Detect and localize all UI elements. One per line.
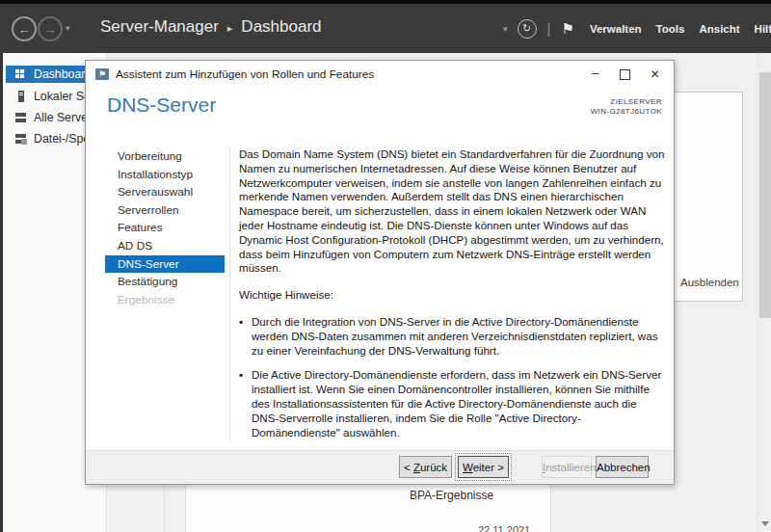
wizard-step-features[interactable]: Features [105,219,225,237]
wizard-step-dns-server[interactable]: DNS-Server [105,255,225,274]
minimize-button[interactable]: – [580,61,610,88]
welcome-tile: Ausblenden [673,92,743,302]
vertical-scrollbar[interactable] [758,53,771,532]
refresh-caret-icon[interactable]: ▾ [503,24,508,34]
breadcrumb-current[interactable]: Dashboard [241,17,321,37]
note-text: Durch die Integration von DNS-Server in … [252,315,667,358]
breadcrumb: Server-Manager ▸ Dashboard [100,17,322,37]
wizard-step-ergebnisse: Ergebnisse [105,291,225,309]
bpa-timestamp: 22.11.2021 15:51 [478,524,550,532]
dialog-title: Assistent zum Hinzufügen von Rollen und … [116,67,374,81]
bpa-results-tile: BPA-Ergebnisse 22.11.2021 15:51 [185,485,551,532]
all-servers-icon [14,112,27,123]
button-label: W [463,462,473,473]
history-caret-icon[interactable]: ▾ [66,23,70,33]
wizard-step-vorbereitung[interactable]: Vorbereitung [105,147,225,166]
close-icon: ✕ [650,67,659,81]
add-roles-features-wizard: ⚑ Assistent zum Hinzufügen von Rollen un… [85,60,675,485]
menu-tools[interactable]: Tools [656,23,685,35]
note-item: • Durch die Integration von DNS-Server i… [239,315,667,358]
breadcrumb-root[interactable]: Server-Manager [100,17,219,37]
wizard-step-serverrollen[interactable]: Serverrollen [105,201,225,220]
wizard-step-ad-ds[interactable]: AD DS [105,237,225,255]
forward-button[interactable]: → [38,16,63,41]
forward-icon: → [44,22,57,37]
wizard-step-serverauswahl[interactable]: Serverauswahl [105,183,225,201]
wizard-step-installationstyp[interactable]: Installationstyp [105,166,225,184]
minimize-icon: – [592,66,598,80]
cancel-button[interactable]: Abbrechen [596,456,649,478]
back-step-button[interactable]: < Zurück [399,456,452,478]
sidebar-item-label: Dashboard [34,67,92,81]
file-storage-icon [14,133,27,145]
button-label: < [404,462,413,473]
button-label: Abbrechen [597,462,651,473]
hide-button[interactable]: Ausblenden [680,277,739,288]
dns-description: Das Domain Name System (DNS) bietet ein … [239,147,667,276]
dialog-titlebar: ⚑ Assistent zum Hinzufügen von Rollen un… [86,61,674,88]
scrollbar-down-icon[interactable] [761,521,769,526]
next-step-button[interactable]: Weiter > [458,456,509,478]
menu-ansicht[interactable]: Ansicht [699,23,739,35]
close-button[interactable]: ✕ [640,61,670,88]
wizard-footer: < Zurück Weiter > Installieren Abbrechen [86,450,674,484]
target-server-label: ZIELSERVER [591,97,662,107]
important-notes-title: Wichtige Hinweise: [239,288,667,303]
topbar-right-cluster: ▾ ↻ | ⚑ Verwalten Tools Ansicht Hilfe [503,4,771,53]
maximize-button[interactable] [610,61,640,88]
wizard-flag-icon: ⚑ [95,68,109,80]
back-button[interactable]: ← [12,16,37,41]
local-server-icon [14,91,27,102]
target-server-name: WIN-G28TJ6UTOK [591,107,662,117]
target-server-block: ZIELSERVER WIN-G28TJ6UTOK [591,97,662,117]
maximize-icon [620,69,630,80]
note-item: • Die Active Directory-Domänendienste er… [239,368,667,439]
back-icon: ← [18,22,31,37]
install-button: Installieren [542,456,592,478]
menubar: Verwalten Tools Ansicht Hilfe [590,23,771,35]
button-label: nstallieren [545,462,596,473]
bullet-icon: • [239,368,252,439]
wizard-content: Das Domain Name System (DNS) bietet ein … [239,147,667,439]
button-label: Z [413,462,420,473]
menu-hilfe[interactable]: Hilfe [755,23,771,35]
server-manager-window: ← → ▾ Server-Manager ▸ Dashboard ▾ ↻ | ⚑… [0,0,771,532]
scrollbar-thumb[interactable] [759,72,771,318]
menu-verwalten[interactable]: Verwalten [590,23,642,35]
dashboard-grid-icon [14,68,27,80]
notifications-flag-icon[interactable]: ⚑ [561,20,573,38]
button-label: urück [420,462,447,473]
refresh-icon[interactable]: ↻ [518,19,537,39]
sidebar-item-label: Alle Server [34,111,92,124]
nav-content-divider [229,146,230,442]
note-text: Die Active Directory-Domänendienste erfo… [252,368,667,439]
button-label: eiter > [473,462,504,473]
bullet-icon: • [239,315,252,358]
topbar: ← → ▾ Server-Manager ▸ Dashboard ▾ ↻ | ⚑… [0,4,771,53]
breadcrumb-separator-icon: ▸ [227,20,233,35]
wizard-nav: Vorbereitung Installationstyp Serverausw… [105,147,225,308]
page-title: DNS-Server [107,93,216,117]
tile-border [164,485,165,532]
bpa-results-title: BPA-Ergebnisse [410,489,493,502]
topbar-divider: | [546,20,552,37]
wizard-step-bestaetigung[interactable]: Bestätigung [105,273,225,291]
window-controls: – ✕ [580,61,670,88]
